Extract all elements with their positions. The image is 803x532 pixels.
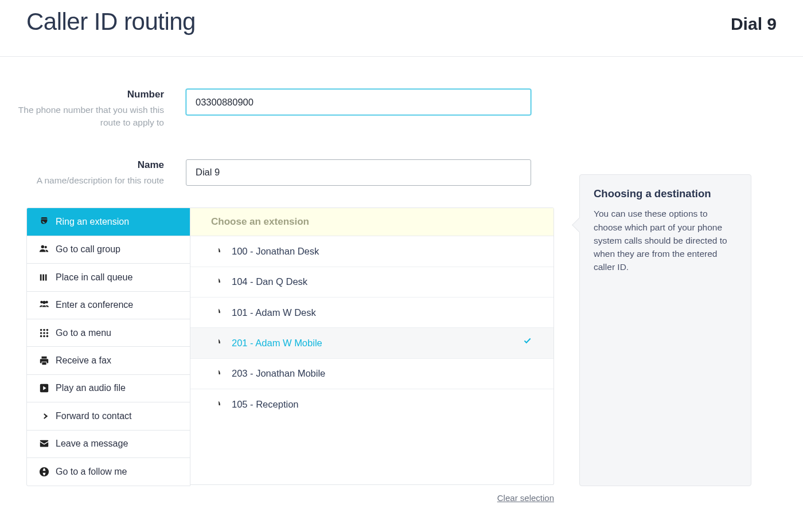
page-header: Caller ID routing Dial 9 bbox=[0, 0, 803, 57]
handset-icon bbox=[211, 338, 224, 348]
destination-label: Leave a message bbox=[56, 439, 128, 449]
help-panel: Choosing a destination You can use these… bbox=[579, 174, 751, 486]
queue-icon bbox=[38, 272, 50, 283]
destination-item[interactable]: Enter a conference bbox=[27, 292, 190, 319]
form-row-number: Number The phone number that you wish th… bbox=[0, 89, 803, 130]
fax-icon bbox=[38, 355, 50, 366]
play-icon bbox=[38, 383, 50, 393]
destination-item[interactable]: Receive a fax bbox=[27, 347, 190, 374]
check-icon bbox=[523, 337, 533, 349]
conference-icon bbox=[38, 300, 50, 310]
extension-item[interactable]: 105 - Reception bbox=[190, 389, 553, 420]
extension-item[interactable]: 201 - Adam W Mobile bbox=[190, 328, 553, 358]
destination-item[interactable]: Go to a follow me bbox=[27, 458, 190, 486]
phone-icon bbox=[38, 217, 50, 227]
extension-list: 100 - Jonathan Desk104 - Dan Q Desk101 -… bbox=[190, 236, 553, 484]
content: Number The phone number that you wish th… bbox=[0, 57, 803, 503]
destination-label: Place in call queue bbox=[56, 272, 132, 283]
clear-selection-link[interactable]: Clear selection bbox=[497, 493, 554, 503]
destination-item[interactable]: Forward to contact bbox=[27, 402, 190, 430]
extension-item[interactable]: 100 - Jonathan Desk bbox=[190, 236, 553, 267]
extension-label: 100 - Jonathan Desk bbox=[232, 246, 319, 257]
handset-icon bbox=[211, 369, 224, 379]
destination-item[interactable]: Go to call group bbox=[27, 236, 190, 264]
destination-label: Receive a fax bbox=[56, 355, 111, 366]
destination-item[interactable]: Place in call queue bbox=[27, 264, 190, 291]
forward-icon bbox=[38, 411, 50, 421]
destination-label: Forward to contact bbox=[56, 411, 132, 421]
destination-sidebar: Ring an extensionGo to call groupPlace i… bbox=[26, 208, 190, 486]
destination-label: Enter a conference bbox=[56, 300, 133, 310]
help-title: Choosing a destination bbox=[594, 187, 737, 200]
handset-icon bbox=[211, 277, 224, 287]
handset-icon bbox=[211, 307, 224, 318]
destination-label: Go to a menu bbox=[56, 328, 111, 338]
destination-label: Play an audio file bbox=[56, 383, 126, 393]
extension-label: 201 - Adam W Mobile bbox=[232, 338, 322, 349]
globe-icon bbox=[38, 467, 50, 477]
page-title: Caller ID routing bbox=[26, 8, 196, 36]
extension-item[interactable]: 203 - Jonathan Mobile bbox=[190, 359, 553, 389]
extension-panel: Choose an extension 100 - Jonathan Desk1… bbox=[190, 208, 554, 485]
extension-label: 105 - Reception bbox=[232, 399, 299, 410]
below-select: Clear selection bbox=[26, 486, 554, 503]
extension-label: 101 - Adam W Desk bbox=[232, 307, 316, 318]
help-body: You can use these options to choose whic… bbox=[594, 207, 737, 273]
extension-label: 104 - Dan Q Desk bbox=[232, 276, 307, 287]
brand-name: Dial 9 bbox=[731, 14, 777, 34]
destination-item[interactable]: Go to a menu bbox=[27, 319, 190, 347]
destination-label: Go to call group bbox=[56, 244, 120, 255]
name-label: Name bbox=[0, 159, 164, 171]
destination-label: Ring an extension bbox=[56, 217, 129, 227]
destination-item[interactable]: Leave a message bbox=[27, 431, 190, 458]
handset-icon bbox=[211, 247, 224, 257]
number-input[interactable] bbox=[186, 89, 531, 115]
name-input[interactable] bbox=[186, 159, 531, 186]
extension-label: 203 - Jonathan Mobile bbox=[232, 368, 325, 379]
destination-label: Go to a follow me bbox=[56, 467, 127, 477]
number-hint: The phone number that you wish this rout… bbox=[0, 104, 164, 130]
extension-item[interactable]: 104 - Dan Q Desk bbox=[190, 267, 553, 298]
extension-item[interactable]: 101 - Adam W Desk bbox=[190, 298, 553, 328]
handset-icon bbox=[211, 400, 224, 410]
message-icon bbox=[38, 439, 50, 449]
number-label: Number bbox=[0, 89, 164, 100]
menu-icon bbox=[38, 328, 50, 338]
extension-panel-header: Choose an extension bbox=[190, 208, 553, 236]
destination-item[interactable]: Ring an extension bbox=[27, 208, 190, 236]
destination-area: Ring an extensionGo to call groupPlace i… bbox=[0, 208, 803, 486]
name-hint: A name/description for this route bbox=[0, 174, 164, 187]
group-icon bbox=[38, 244, 50, 255]
destination-item[interactable]: Play an audio file bbox=[27, 375, 190, 402]
